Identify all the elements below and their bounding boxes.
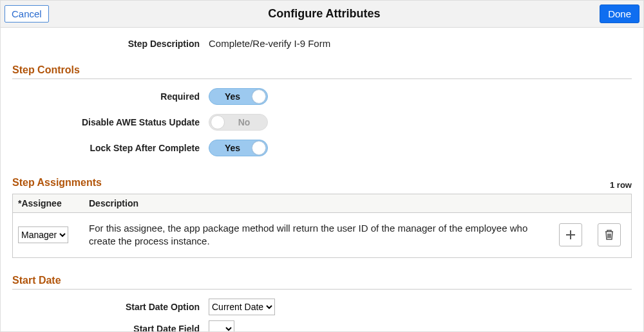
lock-step-toggle[interactable]: Yes	[209, 140, 268, 156]
add-row-button[interactable]	[559, 223, 582, 246]
section-start-date: Start Date	[12, 275, 632, 286]
assignee-select[interactable]: Manager	[18, 226, 68, 243]
start-date-field-label: Start Date Field	[12, 324, 209, 332]
start-date-field-select[interactable]	[209, 320, 234, 332]
assignee-description: For this assignee, the app package metho…	[84, 218, 554, 252]
assignments-row-count: 1 row	[610, 180, 632, 191]
required-toggle[interactable]: Yes	[209, 88, 268, 105]
start-date-option-label: Start Date Option	[12, 302, 209, 312]
disable-awe-toggle[interactable]: No	[209, 114, 268, 131]
toggle-knob	[252, 141, 266, 155]
lock-step-label: Lock Step After Complete	[12, 143, 209, 153]
delete-row-button[interactable]	[598, 223, 621, 246]
disable-awe-label: Disable AWE Status Update	[12, 117, 209, 127]
table-row: Manager For this assignee, the app packa…	[13, 213, 631, 257]
toggle-knob	[252, 89, 266, 104]
done-button[interactable]: Done	[600, 5, 639, 23]
col-header-description: Description	[84, 194, 554, 212]
content-scroll[interactable]: Step Description Complete/Re-verify I-9 …	[1, 28, 643, 331]
section-step-controls: Step Controls	[12, 64, 632, 76]
section-step-assignments: Step Assignments	[12, 177, 102, 189]
start-date-option-select[interactable]: Current Date	[209, 299, 275, 315]
divider	[12, 78, 632, 79]
divider	[12, 289, 632, 290]
cancel-button[interactable]: Cancel	[5, 5, 49, 23]
step-description-label: Step Description	[12, 39, 209, 49]
required-label: Required	[12, 91, 209, 102]
col-header-assignee: *Assignee	[13, 194, 84, 212]
plus-icon	[565, 229, 576, 241]
page-title: Configure Attributes	[268, 7, 380, 21]
toggle-knob	[211, 115, 225, 129]
assignments-grid: *Assignee Description Manager For this a…	[12, 194, 632, 258]
step-description-value: Complete/Re-verify I-9 Form	[209, 38, 330, 49]
trash-icon	[604, 229, 614, 241]
